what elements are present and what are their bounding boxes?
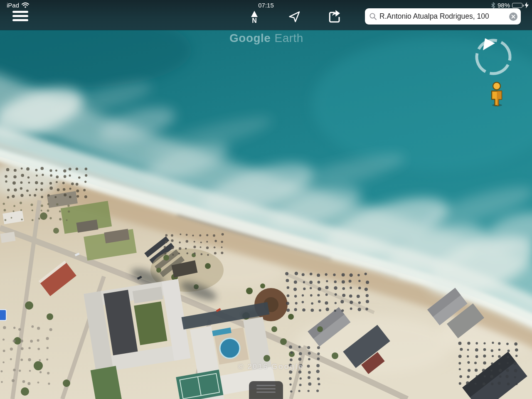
watermark-google: Google <box>229 32 271 44</box>
pegman-icon[interactable] <box>487 81 506 106</box>
menu-icon[interactable] <box>12 11 28 22</box>
map-view[interactable] <box>0 0 532 399</box>
battery-percent: 98% <box>498 2 510 9</box>
charging-bolt-icon <box>525 2 529 8</box>
search-box <box>365 8 521 25</box>
north-triangle-icon <box>251 11 258 17</box>
road-sign <box>0 309 7 321</box>
compass-ring[interactable] <box>472 36 515 78</box>
google-earth-app: GoogleEarth © 2016 Google iPad <box>0 0 532 399</box>
share-icon <box>328 10 342 24</box>
search-input[interactable] <box>377 12 509 21</box>
top-bar: iPad 07:15 98% <box>0 0 532 30</box>
clock: 07:15 <box>0 2 532 9</box>
north-letter: N <box>251 17 258 24</box>
search-icon <box>369 12 377 20</box>
drag-line <box>256 392 276 393</box>
drag-line <box>256 385 276 386</box>
bottom-sheet-handle[interactable] <box>249 381 283 399</box>
share-button[interactable] <box>327 8 343 25</box>
my-location-button[interactable] <box>286 8 303 25</box>
copyright-text: © 2016 Google <box>238 362 303 371</box>
google-earth-watermark: GoogleEarth <box>229 32 303 45</box>
drag-line <box>256 388 276 389</box>
my-location-icon <box>288 10 301 23</box>
swimming-pool <box>220 338 240 358</box>
compass-north-button[interactable]: N <box>246 9 263 26</box>
watermark-earth: Earth <box>274 32 303 44</box>
clear-search-icon[interactable] <box>509 12 517 21</box>
bluetooth-icon <box>491 2 495 9</box>
battery-icon <box>512 3 522 8</box>
